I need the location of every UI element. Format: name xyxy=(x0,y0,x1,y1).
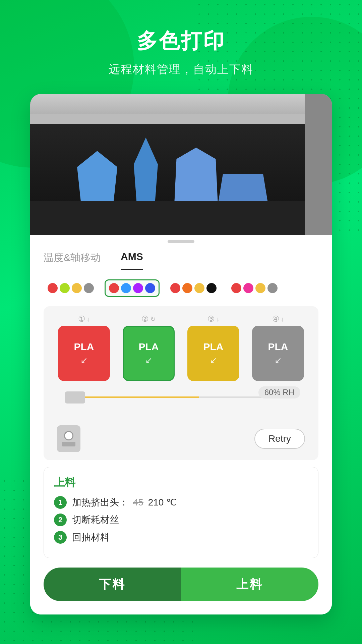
slot-icon-2: ↙ xyxy=(145,355,153,366)
step-prefix-1: 加热挤出头： xyxy=(72,497,128,507)
print-object-2 xyxy=(131,138,161,205)
connector-area: 60% RH xyxy=(52,386,310,420)
printer-bed xyxy=(30,201,332,235)
ams-group-3[interactable] xyxy=(227,280,282,297)
print-object-1 xyxy=(77,151,117,205)
ams-groups xyxy=(44,279,318,297)
slot-icon-4: ↙ xyxy=(275,355,282,366)
slot-card-1[interactable]: PLA ↙ xyxy=(58,326,110,381)
step-text-2: 切断耗材丝 xyxy=(72,514,119,526)
drag-handle xyxy=(44,235,318,251)
printer-head-icon xyxy=(57,425,80,452)
color-dot-2-3 xyxy=(206,283,217,293)
slot-num-label-1: ① xyxy=(78,314,85,324)
tab-ams[interactable]: AMS xyxy=(121,251,143,270)
page-subtitle: 远程材料管理，自动上下料 xyxy=(109,62,253,77)
load-step-1: 1 加热挤出头： 45 210 ℃ xyxy=(54,496,308,509)
slot-pla-label-3: PLA xyxy=(203,341,224,353)
slot-arrow-4: ↓ xyxy=(281,315,284,323)
load-button[interactable]: 上料 xyxy=(181,568,318,601)
step-num-2: 2 xyxy=(54,514,67,526)
load-step-3: 3 回抽材料 xyxy=(54,531,308,544)
step-text-3: 回抽材料 xyxy=(72,531,110,544)
color-dot-1-2 xyxy=(133,283,143,293)
ams-group-0[interactable] xyxy=(44,280,98,297)
slot-pla-label-2: PLA xyxy=(139,341,159,353)
ams-slots-container: ① ↓ PLA ↙ ② ↻ xyxy=(44,306,318,460)
control-panel: 温度&轴移动 AMS xyxy=(30,235,332,614)
slot-num-label-4: ④ xyxy=(272,314,280,324)
slot-arrow-3: ↓ xyxy=(216,315,220,323)
step-old-val-1: 45 xyxy=(133,497,143,507)
slot-arrow-2: ↻ xyxy=(150,315,156,323)
slot-icon-1: ↙ xyxy=(80,355,88,366)
slot-card-4[interactable]: PLA ↙ xyxy=(252,326,304,381)
connector-block xyxy=(65,391,85,404)
printer-head-circle xyxy=(64,431,73,440)
color-dot-3-2 xyxy=(255,283,265,293)
slot-number-4: ④ ↓ xyxy=(272,314,284,324)
humidity-badge: 60% RH xyxy=(258,386,300,398)
drag-handle-bar xyxy=(168,240,194,243)
step-new-val-1: 210 xyxy=(148,497,164,507)
color-dot-1-0 xyxy=(109,283,119,293)
slot-card-3[interactable]: PLA ↙ xyxy=(187,326,239,381)
color-dot-3-1 xyxy=(243,283,253,293)
slot-icon-3: ↙ xyxy=(210,355,217,366)
printer-rail xyxy=(30,114,332,124)
bottom-buttons: 下料 上料 xyxy=(44,568,318,601)
print-object-4 xyxy=(218,161,268,205)
tab-row: 温度&轴移动 AMS xyxy=(44,251,318,270)
print-object-3 xyxy=(174,148,218,205)
color-dot-2-2 xyxy=(194,283,204,293)
slot-card-2[interactable]: PLA ↙ xyxy=(123,326,175,381)
connector-yellow-line xyxy=(72,396,199,398)
slot-number-1: ① ↓ xyxy=(78,314,90,324)
retry-button[interactable]: Retry xyxy=(254,429,305,449)
slot-num-label-2: ② xyxy=(141,314,149,324)
step-unit-1: ℃ xyxy=(166,497,177,507)
main-card: 温度&轴移动 AMS xyxy=(30,94,332,614)
page-title: 多色打印 xyxy=(137,27,225,55)
slot-pla-label-4: PLA xyxy=(268,341,288,353)
step-num-3: 3 xyxy=(54,531,67,544)
slots-row: ① ↓ PLA ↙ ② ↻ xyxy=(52,314,310,381)
color-dot-0-0 xyxy=(48,283,58,293)
step-num-1: 1 xyxy=(54,496,67,509)
printer-camera-view xyxy=(30,94,332,235)
slot-pla-label-1: PLA xyxy=(74,341,94,353)
printer-head-row: Retry xyxy=(52,420,310,460)
load-step-2: 2 切断耗材丝 xyxy=(54,514,308,526)
slot-item-1[interactable]: ① ↓ PLA ↙ xyxy=(58,314,110,381)
slot-arrow-1: ↓ xyxy=(87,315,90,323)
ams-group-2[interactable] xyxy=(166,280,221,297)
load-section: 上料 1 加热挤出头： 45 210 ℃ 2 切断耗材丝 xyxy=(44,467,318,558)
printer-head-rect xyxy=(62,442,75,446)
ams-group-1[interactable] xyxy=(105,279,160,297)
color-dot-1-3 xyxy=(145,283,155,293)
tab-temp[interactable]: 温度&轴移动 xyxy=(44,251,101,270)
slot-item-3[interactable]: ③ ↓ PLA ↙ xyxy=(187,314,239,381)
color-dot-0-3 xyxy=(84,283,94,293)
slot-number-2: ② ↻ xyxy=(141,314,156,324)
color-dot-1-1 xyxy=(121,283,131,293)
slot-item-4[interactable]: ④ ↓ PLA ↙ xyxy=(252,314,304,381)
color-dot-0-1 xyxy=(60,283,70,293)
printer-image-inner xyxy=(30,94,332,235)
color-dot-2-1 xyxy=(182,283,192,293)
load-section-title: 上料 xyxy=(54,475,308,490)
slot-item-2[interactable]: ② ↻ PLA ↙ xyxy=(123,314,175,381)
step-text-1: 加热挤出头： 45 210 ℃ xyxy=(72,496,177,509)
color-dot-0-2 xyxy=(72,283,82,293)
color-dot-3-3 xyxy=(267,283,278,293)
slot-number-3: ③ ↓ xyxy=(207,314,220,324)
color-dot-3-0 xyxy=(231,283,241,293)
color-dot-2-0 xyxy=(170,283,180,293)
printer-right-panel xyxy=(305,94,332,235)
unload-button[interactable]: 下料 xyxy=(44,568,181,601)
slot-num-label-3: ③ xyxy=(207,314,215,324)
